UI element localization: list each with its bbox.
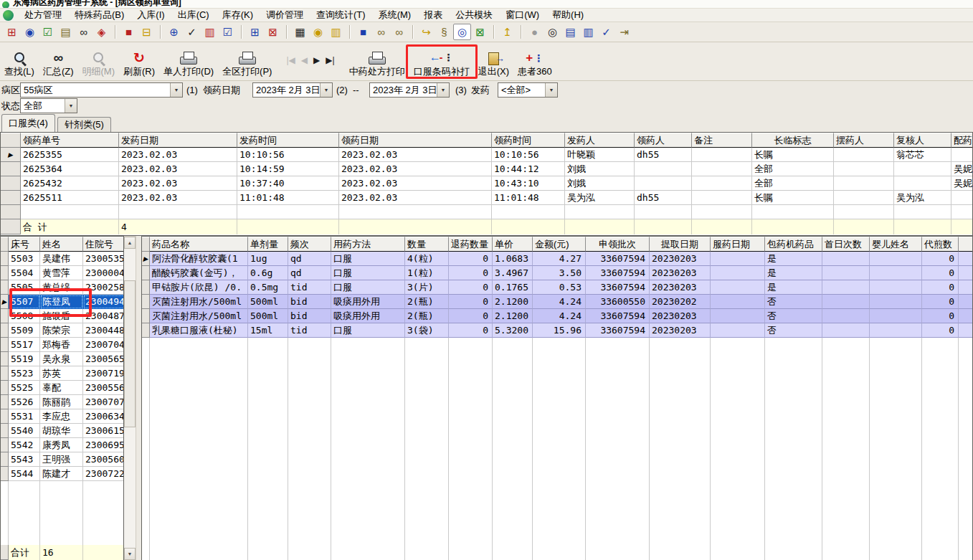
column-header[interactable]: 摆药人 <box>834 133 894 148</box>
exit-button[interactable]: 退出(X) <box>474 45 513 78</box>
column-header[interactable]: 数量 <box>405 237 449 252</box>
drug-row[interactable]: 灭菌注射用水/500ml 500ml bid 吸痰用外用 2(瓶) 0 2.12… <box>142 309 972 323</box>
column-header[interactable]: 领药时间 <box>492 133 565 148</box>
nav-last-button[interactable]: ▶| <box>326 55 334 65</box>
menu-system[interactable]: 系统(M) <box>372 9 418 22</box>
menu-outbound[interactable]: 出库(C) <box>171 9 216 22</box>
order-row[interactable]: ▶ 2625355 2023.02.03 10:10:56 2023.02.03… <box>1 148 972 162</box>
bell-icon[interactable]: ◉ <box>309 24 327 40</box>
column-header[interactable]: 代煎数 <box>922 237 959 252</box>
patient-row[interactable]: 5504 黄雪萍 2300004 <box>1 266 123 280</box>
column-header[interactable]: 婴儿姓名 <box>870 237 922 252</box>
patient360-button[interactable]: +⋮ 患者360 <box>513 45 556 78</box>
menu-window[interactable]: 窗口(W) <box>499 9 546 22</box>
patient-row[interactable]: 5531 李应忠 2300634 <box>1 409 123 424</box>
magnifier-icon[interactable]: ◎ <box>544 24 561 40</box>
column-header[interactable]: 包药机药品 <box>765 237 822 252</box>
copy-pages-icon[interactable]: ▥ <box>579 24 597 40</box>
patient-row[interactable]: 5517 郑梅香 2300704 <box>1 338 123 352</box>
drug-row[interactable]: 甲钴胺片(欣昆) /0. 0.5mg tid 口服 3(片) 0 0.1765 … <box>142 280 972 295</box>
nav-prev-button[interactable]: ◀ <box>301 55 308 65</box>
menu-inbound[interactable]: 入库(I) <box>130 9 171 22</box>
prescription-doc-icon[interactable]: ▤ <box>57 24 75 40</box>
menu-help[interactable]: 帮助(H) <box>546 9 590 22</box>
menu-reports[interactable]: 报表 <box>417 9 449 22</box>
key-icon[interactable]: § <box>435 24 453 40</box>
order-row[interactable]: 2625364 2023.02.03 10:14:59 2023.02.03 1… <box>1 162 972 176</box>
patient-row[interactable]: 5540 胡琼华 2300615 <box>1 424 123 438</box>
checkbox-icon[interactable]: ✓ <box>183 24 201 40</box>
patient-row[interactable]: 5505 黄总绵 2300258 <box>1 280 123 295</box>
scroll-thumb[interactable] <box>124 280 136 427</box>
date-to-picker[interactable]: 2023年 2月 3日 ▼ <box>369 82 450 98</box>
panel-splitter[interactable] <box>136 236 141 560</box>
list-icon[interactable]: ▤ <box>561 24 579 40</box>
column-header[interactable] <box>142 237 150 252</box>
column-header[interactable]: 单剂量 <box>248 237 288 252</box>
column-header[interactable]: 领药人 <box>635 133 692 148</box>
zoom-icon[interactable]: ◎ <box>453 24 471 40</box>
column-header[interactable]: 复核人 <box>894 133 951 148</box>
menu-special-drugs[interactable]: 特殊药品(B) <box>68 9 130 22</box>
patient-row[interactable]: 5526 陈丽鹃 2300707 <box>1 395 123 409</box>
close-board-icon[interactable]: ⊠ <box>471 24 489 40</box>
chevron-down-icon[interactable]: ▼ <box>65 99 77 113</box>
patient-row[interactable]: 5508 施银盾 2300487 <box>1 309 123 323</box>
note-icon[interactable]: ▥ <box>201 24 219 40</box>
column-header[interactable]: 长临标志 <box>752 133 834 148</box>
medicine-bottle-icon[interactable]: ◉ <box>21 24 39 40</box>
patient-row[interactable]: 5542 康秀凤 2300695 <box>1 438 123 452</box>
column-header[interactable] <box>959 237 973 252</box>
grid-edit-icon[interactable]: ⊞ <box>246 24 264 40</box>
column-header[interactable]: 申领批次 <box>586 237 650 252</box>
chevron-down-icon[interactable]: ▼ <box>170 83 182 97</box>
menu-common-modules[interactable]: 公共模块 <box>449 9 499 22</box>
drug-row[interactable]: 乳果糖口服液(杜秘) 15ml tid 口服 3(袋) 0 5.3200 15.… <box>142 323 972 338</box>
tab-injection[interactable]: 针剂类(5) <box>57 117 111 132</box>
column-header[interactable]: 用药方法 <box>331 237 405 252</box>
print-tcm-button[interactable]: 中药处方打印 <box>345 45 409 78</box>
tab-oral[interactable]: 口服类(4) <box>1 114 55 132</box>
column-header[interactable]: 提取日期 <box>650 237 711 252</box>
column-header[interactable]: 首日次数 <box>822 237 870 252</box>
ledger-icon[interactable]: ■ <box>120 24 138 40</box>
nav-first-button[interactable]: |◀ <box>286 55 295 65</box>
patient-row[interactable]: 5523 苏英 2300719 <box>1 366 123 381</box>
column-header[interactable]: 退药数量 <box>449 237 493 252</box>
column-header[interactable]: 配药 <box>951 133 973 148</box>
column-header[interactable]: 床号 <box>9 237 40 252</box>
new-folder-icon[interactable]: ⊟ <box>138 24 156 40</box>
clipboard-export-icon[interactable]: ⇥ <box>615 24 633 40</box>
drug-row[interactable]: 灭菌注射用水/500ml 500ml bid 吸痰用外用 2(瓶) 0 2.12… <box>142 295 972 309</box>
menu-inventory[interactable]: 库存(K) <box>216 9 260 22</box>
refresh-button[interactable]: ↻ 刷新(R) <box>119 45 159 78</box>
stamp-icon[interactable]: ◈ <box>92 24 110 40</box>
order-row[interactable] <box>1 205 972 219</box>
patient-row[interactable]: ▶ 5507 陈登凤 2300494 <box>1 295 123 309</box>
print-single-button[interactable]: 单人打印(D) <box>159 45 218 78</box>
patient-row[interactable]: 5519 吴永泉 2300565 <box>1 352 123 366</box>
patient-scrollbar[interactable]: ▲ ▼ <box>124 236 136 560</box>
barcode-reprint-button[interactable]: ←-⋮ 口服条码补打 <box>409 45 474 78</box>
chevron-down-icon[interactable]: ▼ <box>545 83 557 97</box>
column-header[interactable]: 发药时间 <box>237 133 339 148</box>
menu-query-stats[interactable]: 查询统计(T) <box>310 9 372 22</box>
column-header[interactable]: 药品名称 <box>150 237 248 252</box>
patient-row[interactable]: 5544 陈建才 2300722 <box>1 467 123 481</box>
chevron-down-icon[interactable]: ▼ <box>437 83 449 97</box>
trash-icon[interactable]: ■ <box>354 24 372 40</box>
folder-export-icon[interactable]: ↪ <box>417 24 435 40</box>
folder-search-icon[interactable]: ∞ <box>372 24 390 40</box>
grid-delete-icon[interactable]: ⊠ <box>264 24 282 40</box>
date-from-picker[interactable]: 2023年 2月 3日 ▼ <box>252 82 333 98</box>
drug-row[interactable]: 醋酸钙胶囊(金丐)， 0.6g qd 口服 1(粒) 0 3.4967 3.50… <box>142 266 972 280</box>
column-header[interactable]: 领药单号 <box>21 133 119 148</box>
doc-verify-icon[interactable]: ✓ <box>597 24 615 40</box>
folder-search-alt-icon[interactable]: ∞ <box>390 24 408 40</box>
summary-button[interactable]: ∞ 汇总(Z) <box>39 45 78 78</box>
status-combobox[interactable]: 全部 ▼ <box>20 98 77 113</box>
column-header[interactable]: 发药日期 <box>119 133 237 148</box>
dispense-combobox[interactable]: <全部> ▼ <box>498 82 558 98</box>
folder-upload-icon[interactable]: ↥ <box>498 24 516 40</box>
binoculars-icon[interactable]: ∞ <box>75 24 92 40</box>
